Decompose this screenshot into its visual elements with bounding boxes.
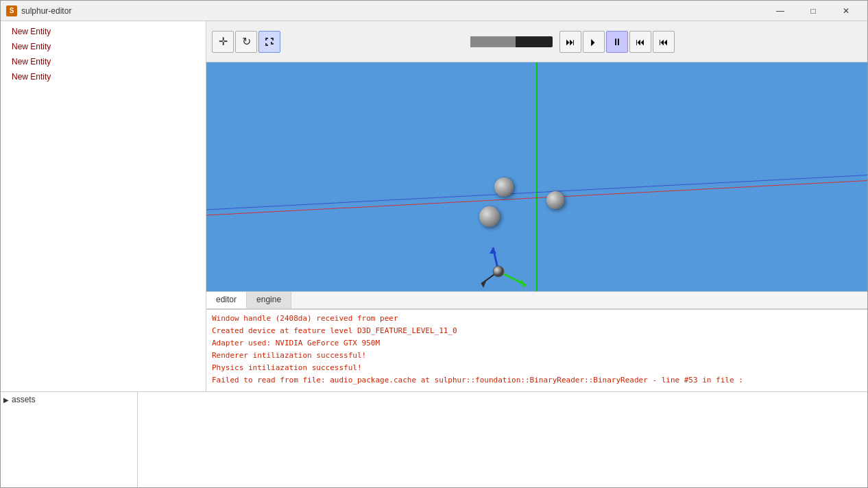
console-line: Created device at feature level D3D_FEAT…: [212, 325, 862, 337]
close-button[interactable]: ✕: [830, 1, 862, 21]
svg-point-6: [493, 266, 504, 277]
progress-bar[interactable]: [470, 36, 553, 47]
gizmo: [464, 237, 533, 291]
main-layout: New EntityNew EntityNew EntityNew Entity…: [1, 21, 867, 391]
toolbar: ✛ ↻ ⏭ ⏵ ⏸ ⏮ ⏮: [206, 21, 867, 62]
step-forward-button[interactable]: ⏵: [583, 31, 605, 53]
title-bar: S sulphur-editor — □ ✕: [1, 1, 867, 21]
title-bar-left: S sulphur-editor: [6, 5, 71, 16]
scene: [206, 62, 867, 291]
console-line: Failed to read from file: audio_package.…: [212, 374, 862, 387]
console-line: Adapter used: NVIDIA GeForce GTX 950M: [212, 337, 862, 350]
assets-label: ▶ assets: [3, 395, 36, 404]
right-panel: ✛ ↻ ⏭ ⏵ ⏸ ⏮ ⏮: [206, 21, 867, 391]
entity-item[interactable]: New Entity: [1, 39, 206, 54]
console-line: Physics intiliazation successful!: [212, 362, 862, 374]
entity-item[interactable]: New Entity: [1, 54, 206, 69]
tool-group: ✛ ↻: [212, 31, 280, 53]
left-panel: New EntityNew EntityNew EntityNew Entity: [1, 21, 206, 391]
step-back-button[interactable]: ⏮: [629, 31, 651, 53]
vertical-axis: [536, 62, 538, 291]
minimize-button[interactable]: —: [764, 1, 796, 21]
svg-marker-4: [481, 280, 487, 288]
progress-bar-fill: [470, 36, 516, 47]
console-line: Window handle (2408da) received from pee…: [212, 313, 862, 325]
viewport[interactable]: [206, 62, 867, 291]
assets-text: assets: [12, 395, 36, 404]
app-icon: S: [6, 5, 17, 16]
skip-back-button[interactable]: ⏮: [653, 31, 675, 53]
entity-item[interactable]: New Entity: [1, 69, 206, 84]
fullscreen-button[interactable]: [258, 31, 280, 53]
maximize-button[interactable]: □: [797, 1, 829, 21]
move-tool-button[interactable]: ✛: [212, 31, 234, 53]
assets-section: ▶ assets: [1, 392, 138, 487]
pause-button[interactable]: ⏸: [606, 31, 628, 53]
tab-engine[interactable]: engine: [247, 292, 291, 308]
window-controls: — □ ✕: [764, 1, 862, 21]
play-end-button[interactable]: ⏭: [559, 31, 581, 53]
sphere-2: [546, 191, 564, 209]
sphere-3: [479, 206, 500, 227]
console-line: Renderer intiliazation successful!: [212, 350, 862, 362]
svg-marker-5: [490, 247, 496, 254]
tab-editor[interactable]: editor: [206, 292, 247, 308]
app-title: sulphur-editor: [21, 6, 71, 16]
refresh-button[interactable]: ↻: [235, 31, 257, 53]
sphere-1: [494, 178, 514, 197]
transport-controls: ⏭ ⏵ ⏸ ⏮ ⏮: [470, 31, 675, 53]
assets-chevron[interactable]: ▶: [3, 396, 9, 404]
entity-list: New EntityNew EntityNew EntityNew Entity: [1, 21, 206, 391]
tabs-bar: editorengine: [206, 291, 867, 309]
bottom-panel: ▶ assets: [1, 391, 867, 487]
entity-item[interactable]: New Entity: [1, 24, 206, 39]
console-panel[interactable]: Window handle (2408da) received from pee…: [206, 309, 867, 391]
assets-content: [138, 392, 867, 487]
